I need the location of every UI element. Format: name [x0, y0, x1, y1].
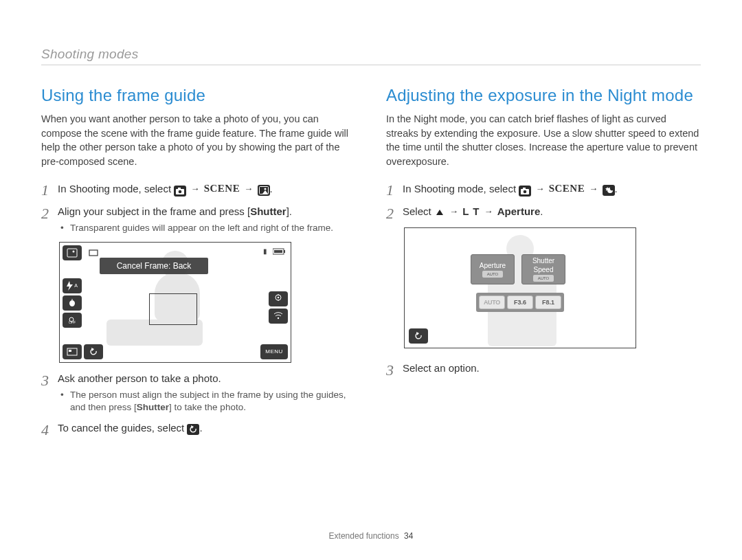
- menu-icon: MENU: [260, 344, 288, 359]
- svg-rect-11: [284, 250, 285, 253]
- aperture-value: F8.1: [535, 295, 561, 309]
- left-step-1: In Shooting mode, select → SCENE → .: [41, 181, 356, 197]
- auto-badge: AUTO: [533, 275, 554, 282]
- frame-guide-mode-icon: [258, 185, 270, 196]
- svg-point-22: [524, 190, 527, 194]
- step-text: Ask another person to take a photo.: [58, 372, 221, 384]
- left-steps-cont: Ask another person to take a photo. The …: [41, 371, 356, 436]
- aperture-label: Aperture: [497, 205, 541, 217]
- gallery-icon: [63, 344, 82, 359]
- exposure-tabs: Aperture AUTO Shutter Speed AUTO: [471, 254, 565, 284]
- mode-icon: [63, 245, 82, 260]
- right-column: Adjusting the exposure in the Night mode…: [386, 86, 701, 443]
- counter-icon: ▮: [260, 245, 270, 258]
- auto-badge: AUTO: [482, 271, 503, 278]
- signal-icon: [269, 309, 288, 324]
- aperture-tab: Aperture AUTO: [471, 254, 515, 284]
- arrow-icon: →: [243, 183, 254, 194]
- right-step-3: Select an option.: [386, 361, 701, 377]
- location-icon: [269, 291, 288, 306]
- step-text: ].: [286, 205, 292, 217]
- camera-icon: [519, 186, 531, 197]
- page-header: Shooting modes: [41, 47, 701, 62]
- arrow-icon: →: [587, 183, 599, 194]
- arrow-icon: →: [189, 183, 201, 194]
- left-step-3: Ask another person to take a photo. The …: [41, 371, 356, 414]
- left-step-2: Align your subject in the frame and pres…: [41, 204, 356, 235]
- up-triangle-icon: [434, 208, 445, 217]
- footer-section: Extended functions: [329, 531, 399, 541]
- sub-bullet: The person must align the subject in the…: [60, 389, 356, 414]
- flash-auto-icon: A: [63, 278, 82, 293]
- battery-icon: [271, 245, 288, 258]
- left-intro: When you want another person to take a p…: [41, 112, 356, 168]
- sub-text: ] to take the photo.: [169, 402, 246, 412]
- macro-icon: [63, 295, 82, 311]
- arrow-icon: →: [483, 206, 495, 216]
- night-mode-icon: [603, 185, 615, 196]
- focus-rectangle: [149, 293, 197, 325]
- back-icon: [409, 328, 428, 344]
- footer-page-number: 34: [404, 531, 413, 541]
- svg-point-2: [179, 190, 182, 194]
- svg-point-6: [73, 250, 75, 252]
- screenshot-right-icons: ▮: [267, 245, 288, 324]
- shutter-label: Shutter: [250, 205, 286, 217]
- camera-icon: [174, 186, 186, 197]
- page-footer: Extended functions 34: [0, 531, 742, 541]
- right-steps: In Shooting mode, select → SCENE → . Sel…: [386, 181, 701, 219]
- frame-guide-screenshot: A OFF Cancel Frame: Back ▮: [59, 242, 291, 363]
- left-step-2-sub: Transparent guides will appear on the le…: [58, 222, 356, 234]
- svg-point-17: [278, 317, 279, 318]
- lt-label: L T: [462, 205, 480, 217]
- arrow-icon: →: [534, 183, 546, 194]
- shutter-label: Shutter: [137, 402, 169, 412]
- step-text: To cancel the guides, select: [58, 422, 187, 434]
- right-intro: In the Night mode, you can catch brief f…: [386, 112, 701, 168]
- step-text: Select an option.: [403, 362, 480, 374]
- step-text: Select: [403, 205, 434, 217]
- cancel-frame-banner: Cancel Frame: Back: [100, 258, 208, 274]
- night-mode-screenshot: Aperture AUTO Shutter Speed AUTO AUTO F3…: [404, 227, 636, 348]
- svg-rect-21: [523, 188, 526, 190]
- left-steps: In Shooting mode, select → SCENE → . Ali…: [41, 181, 356, 234]
- left-step-4: To cancel the guides, select .: [41, 421, 356, 436]
- left-step-3-sub: The person must align the subject in the…: [58, 389, 356, 414]
- tab-label: Shutter: [532, 257, 554, 265]
- step-text: In Shooting mode, select: [58, 183, 174, 194]
- screenshot-back-corner: [409, 328, 428, 344]
- screenshot-bottom-left: [63, 344, 103, 359]
- svg-point-14: [278, 296, 280, 298]
- aperture-value: F3.6: [507, 295, 533, 309]
- screenshot-left-icons: A OFF: [63, 245, 83, 328]
- svg-rect-12: [274, 250, 282, 253]
- step-text: In Shooting mode, select: [403, 183, 519, 194]
- arrow-icon: →: [448, 206, 460, 216]
- right-step-1: In Shooting mode, select → SCENE → .: [386, 181, 701, 197]
- svg-rect-1: [178, 188, 181, 190]
- right-section-title: Adjusting the exposure in the Night mode: [386, 86, 701, 105]
- back-icon: [84, 344, 103, 359]
- svg-rect-19: [69, 350, 71, 352]
- right-steps-cont: Select an option.: [386, 361, 701, 377]
- aperture-values: AUTO F3.6 F8.1: [476, 293, 564, 312]
- tab-label: Aperture: [480, 262, 506, 269]
- screenshot-bottom-right: MENU: [260, 344, 288, 359]
- left-section-title: Using the frame guide: [41, 86, 356, 105]
- left-column: Using the frame guide When you want anot…: [41, 86, 356, 443]
- right-step-2: Select → L T → Aperture.: [386, 204, 701, 220]
- sub-bullet: Transparent guides will appear on the le…: [60, 222, 356, 234]
- step-text: Align your subject in the frame and pres…: [58, 205, 250, 217]
- shutter-speed-tab: Shutter Speed AUTO: [521, 254, 565, 284]
- single-shot-icon: [86, 247, 101, 259]
- scene-label: SCENE: [204, 183, 240, 194]
- svg-rect-5: [67, 249, 77, 257]
- tab-label: Speed: [534, 266, 554, 273]
- svg-rect-9: [89, 250, 98, 256]
- svg-point-4: [264, 188, 266, 190]
- svg-text:OFF: OFF: [69, 320, 76, 324]
- scene-label: SCENE: [549, 183, 585, 194]
- face-off-icon: OFF: [63, 313, 82, 328]
- content-columns: Using the frame guide When you want anot…: [41, 86, 701, 443]
- aperture-value-auto: AUTO: [479, 295, 505, 309]
